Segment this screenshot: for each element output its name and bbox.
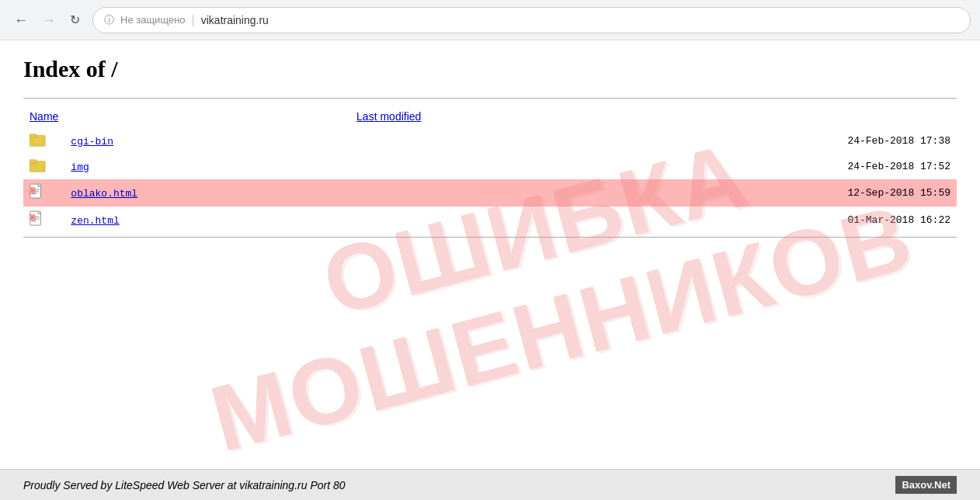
file-date-cell: 12-Sep-2018 15:59 (427, 179, 957, 207)
file-link[interactable]: img (71, 161, 89, 173)
file-icon-cell (23, 179, 64, 207)
baxov-badge: Baxov.Net (895, 476, 957, 494)
back-button[interactable]: ← (9, 10, 33, 30)
folder-icon (30, 137, 47, 150)
page-content: Index of / Name Last modified cgi-bin24-… (0, 40, 980, 500)
footer: Proudly Served by LiteSpeed Web Server a… (0, 469, 980, 500)
security-text: Не защищено (120, 14, 186, 26)
file-table: Name Last modified cgi-bin24-Feb-2018 17… (23, 105, 957, 234)
file-date-cell: 24-Feb-2018 17:38 (427, 128, 957, 154)
svg-rect-3 (30, 160, 36, 164)
file-link[interactable]: zen.html (71, 215, 119, 227)
nav-buttons: ← → ↻ (9, 9, 85, 30)
refresh-button[interactable]: ↻ (65, 9, 85, 30)
file-name-cell: cgi-bin (64, 128, 427, 154)
address-bar[interactable]: ⓘ Не защищено | vikatraining.ru (92, 7, 971, 33)
file-name-cell: oblako.html (64, 179, 427, 207)
file-icon-cell (23, 207, 64, 234)
file-name-cell: img (64, 154, 427, 179)
file-name-cell: zen.html (64, 207, 427, 234)
file-icon-cell (23, 154, 64, 179)
date-col-header: Last modified (64, 105, 427, 128)
svg-rect-1 (30, 134, 36, 138)
folder-icon (30, 163, 47, 175)
forward-button[interactable]: → (37, 10, 61, 30)
table-header-row: Name Last modified (23, 105, 957, 128)
file-icon-cell (23, 128, 64, 154)
file-date-cell: 24-Feb-2018 17:52 (427, 154, 957, 179)
file-link[interactable]: cgi-bin (71, 136, 113, 148)
file-icon (30, 190, 43, 203)
table-row: zen.html01-Mar-2018 16:22 (23, 207, 957, 234)
file-link[interactable]: oblako.html (71, 188, 137, 200)
name-col-link[interactable]: Name (30, 110, 58, 123)
file-date-cell: 01-Mar-2018 16:22 (427, 207, 957, 234)
top-separator (23, 98, 957, 99)
page-title: Index of / (23, 56, 957, 82)
table-row: oblako.html12-Sep-2018 15:59 (23, 179, 957, 207)
url-display: vikatraining.ru (201, 14, 269, 26)
date-col-link[interactable]: Last modified (356, 110, 421, 123)
browser-chrome: ← → ↻ ⓘ Не защищено | vikatraining.ru (0, 0, 980, 40)
bottom-separator (23, 237, 957, 238)
footer-text: Proudly Served by LiteSpeed Web Server a… (23, 479, 346, 491)
security-icon: ⓘ (104, 13, 114, 27)
name-col-header: Name (23, 105, 64, 128)
table-row: img24-Feb-2018 17:52 (23, 154, 957, 179)
table-row: cgi-bin24-Feb-2018 17:38 (23, 128, 957, 154)
file-icon (30, 217, 43, 230)
url-divider: | (192, 13, 195, 27)
